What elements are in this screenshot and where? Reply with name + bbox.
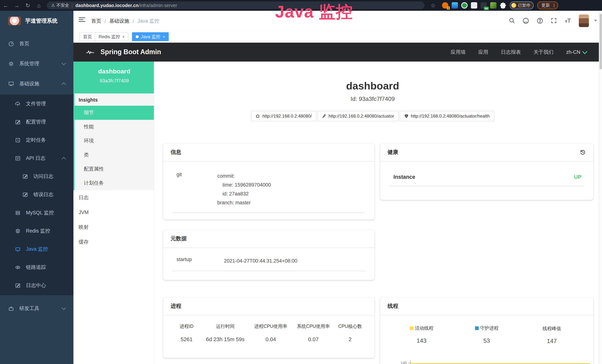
tags-view-bar: 首页 Redis 监控 × Java 监控 × xyxy=(74,30,602,43)
insights-item-scheduled-tasks[interactable]: 计划任务 xyxy=(75,176,154,190)
sidebar-item-api-logs[interactable]: API 日志 xyxy=(0,149,74,168)
address-bar[interactable]: ⚠ 不安全 dashboard.yudao.iocoder.cn/infra/a… xyxy=(47,1,425,9)
process-table: 进程ID 运行时间 进程CPU使用率 系统CPU使用率 CPU核心数 5261 … xyxy=(172,323,366,342)
cell-process-cpu: 0.04 xyxy=(249,336,292,342)
breadcrumb: 首页 / 基础设施 / Java 监控 xyxy=(91,18,160,24)
search-icon[interactable] xyxy=(509,17,515,24)
close-icon[interactable]: × xyxy=(122,33,125,41)
sidebar-item-caches[interactable]: 缓存 xyxy=(74,235,154,250)
tag-redis-monitor[interactable]: Redis 监控 × xyxy=(95,32,129,41)
cell-cpu-cores: 2 xyxy=(335,336,366,342)
health-row-instance: Instance UP xyxy=(389,164,584,186)
chevron-down-icon xyxy=(582,49,587,54)
github-icon[interactable] xyxy=(522,17,529,24)
edit-icon xyxy=(15,119,21,125)
chevron-up-icon xyxy=(62,83,66,87)
scrollbar-thumb[interactable] xyxy=(600,14,602,69)
live-threads-area xyxy=(410,363,590,364)
url-host: dashboard.yudao.iocoder.cn xyxy=(75,3,139,8)
tag-java-monitor[interactable]: Java 监控 × xyxy=(132,32,169,41)
breadcrumb-home[interactable]: 首页 xyxy=(91,18,101,24)
service-url-button[interactable]: http://192.168.0.2:48080/ xyxy=(251,111,316,121)
column-header: 进程ID xyxy=(172,323,201,330)
browser-menu-icon[interactable]: ⋮ xyxy=(552,3,556,8)
card-title: 进程 xyxy=(171,303,181,310)
update-browser-button[interactable]: 更新⋮ xyxy=(537,1,558,9)
page-scrollbar[interactable] xyxy=(599,11,602,364)
sidebar-item-scheduled-jobs[interactable]: 定时任务 xyxy=(0,131,74,150)
app-logo[interactable]: 芋道管理系统 xyxy=(0,11,74,31)
insights-item-metrics[interactable]: 性能 xyxy=(75,120,154,134)
extension-icon[interactable]: 1 xyxy=(442,2,448,9)
close-icon[interactable]: × xyxy=(163,33,165,41)
leaf-extension-icon[interactable] xyxy=(490,2,496,9)
font-size-icon[interactable] xyxy=(564,17,571,24)
screen-icon xyxy=(15,246,21,252)
monitor-icon xyxy=(8,81,14,87)
insights-item-environment[interactable]: 环境 xyxy=(75,134,154,148)
sba-nav-journal[interactable]: 日志报表 xyxy=(501,49,521,55)
actuator-url-button[interactable]: http://192.168.0.2:48080/actuator xyxy=(317,111,399,121)
back-icon[interactable]: ← xyxy=(0,2,11,9)
reload-icon[interactable]: ↻ xyxy=(22,2,33,9)
forward-icon[interactable]: → xyxy=(11,2,22,9)
grid-extension-icon[interactable] xyxy=(471,2,477,9)
toolbox-icon xyxy=(8,306,14,311)
sidebar-item-home[interactable]: 首页 xyxy=(0,34,74,53)
sidebar-item-dev-tools[interactable]: 研发工具 xyxy=(0,299,74,318)
dark-extension-icon[interactable]: on xyxy=(481,2,487,9)
profile-emoji-icon xyxy=(511,3,516,8)
sidebar-item-java-monitor[interactable]: Java 监控 xyxy=(0,240,74,258)
sidebar-item-access-logs[interactable]: 访问日志 xyxy=(0,167,74,186)
layers-icon xyxy=(15,228,21,234)
bookmark-star-icon[interactable]: ☆ xyxy=(428,2,439,9)
column-header: 进程CPU使用率 xyxy=(249,323,292,330)
insights-item-details[interactable]: 细节 xyxy=(75,106,154,120)
sba-nav-wallboard[interactable]: 应用墙 xyxy=(451,49,465,55)
fullscreen-icon[interactable] xyxy=(551,17,557,24)
instance-sidebar: dashboard 93a3fc7f7409 Insights 细节 性能 环境… xyxy=(74,62,154,364)
sidebar-item-jvm[interactable]: JVM xyxy=(74,205,154,220)
sba-language-select[interactable]: zh-CN xyxy=(566,49,587,55)
card-title: 元数据 xyxy=(171,235,187,242)
sidebar-item-redis-monitor[interactable]: Redis 监控 xyxy=(0,222,74,240)
sba-nav-applications[interactable]: 应用 xyxy=(478,49,488,55)
sba-nav-about[interactable]: 关于我们 xyxy=(533,49,553,55)
sidebar-item-mysql-monitor[interactable]: MySQL 监控 xyxy=(0,203,74,222)
health-url-button[interactable]: http://192.168.0.2:48080/actuator/health xyxy=(399,111,494,121)
sidebar-item-log-center[interactable]: 日志中心 xyxy=(0,276,74,295)
sidebar-item-mappings[interactable]: 映射 xyxy=(74,220,154,235)
daemon-threads-value: 53 xyxy=(454,337,519,344)
puzzle-extensions-icon[interactable] xyxy=(500,2,506,9)
insights-item-classes[interactable]: 类 xyxy=(75,148,154,162)
pin-extension-icon[interactable] xyxy=(452,2,458,9)
not-secure-label[interactable]: 不安全 xyxy=(56,3,69,8)
gear-icon xyxy=(8,61,14,67)
sba-brand[interactable]: Spring Boot Admin xyxy=(100,48,161,56)
chevron-down-icon xyxy=(62,306,66,310)
breadcrumb-infra[interactable]: 基础设施 xyxy=(109,18,129,24)
hamburger-icon[interactable] xyxy=(79,17,85,23)
instance-header[interactable]: dashboard 93a3fc7f7409 xyxy=(74,62,154,94)
help-icon[interactable] xyxy=(537,17,543,24)
y-extension-icon[interactable] xyxy=(461,2,468,9)
sidebar-item-config-manage[interactable]: 配置管理 xyxy=(0,113,74,131)
y-tick-label: 140 xyxy=(389,361,407,364)
instance-id-line: Id: 93a3fc7f7409 xyxy=(154,96,591,102)
logo-image xyxy=(8,17,21,25)
caret-down-icon[interactable] xyxy=(594,20,597,21)
sidebar-item-system[interactable]: 系统管理 xyxy=(0,54,74,73)
sidebar-item-logs[interactable]: 日志 xyxy=(74,190,154,205)
paused-profile-chip[interactable]: 已暂停 xyxy=(510,1,534,9)
sidebar-item-tracing[interactable]: 链路追踪 xyxy=(0,258,74,277)
sidebar-item-infra[interactable]: 基础设施 xyxy=(0,75,74,93)
insights-group: Insights 细节 性能 环境 类 配置属性 计划任务 xyxy=(74,94,154,190)
sidebar-item-file-manage[interactable]: 文件管理 xyxy=(0,95,74,113)
sidebar-item-error-logs[interactable]: 错误日志 xyxy=(0,185,74,204)
avatar[interactable] xyxy=(579,14,589,27)
history-icon[interactable] xyxy=(580,149,586,155)
tag-home[interactable]: 首页 xyxy=(79,32,96,41)
screen: ← → ↻ ⌂ ⚠ 不安全 dashboard.yudao.iocoder.cn… xyxy=(0,0,602,364)
insights-item-config-props[interactable]: 配置属性 xyxy=(75,162,154,176)
home-icon[interactable]: ⌂ xyxy=(33,2,44,9)
